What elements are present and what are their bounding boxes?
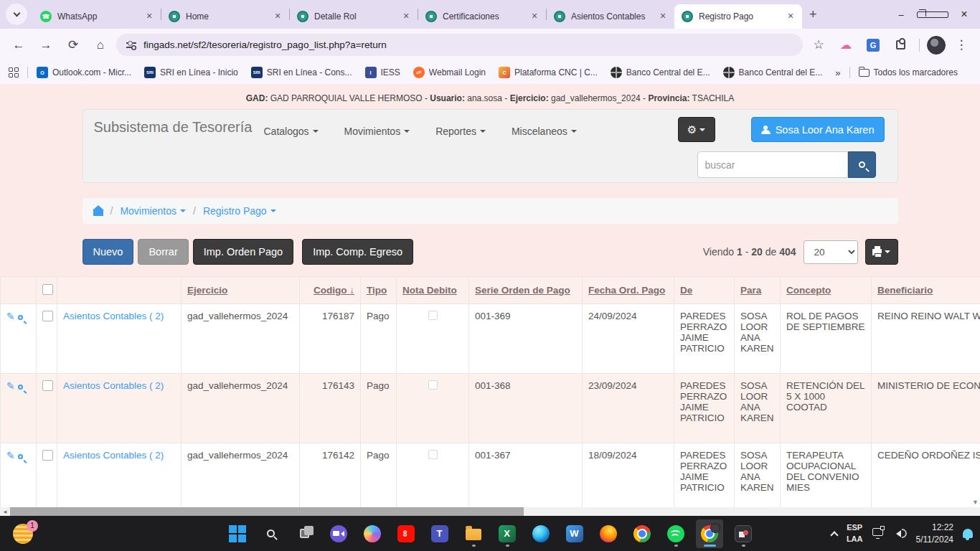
tab-detalle-rol[interactable]: Detalle Rol × (290, 4, 418, 29)
browser-menu-button[interactable]: ⋮ (950, 34, 973, 57)
bookmark-outlook[interactable]: OOutlook.com - Micr... (37, 67, 131, 78)
tab-asientos-contables[interactable]: Asientos Contables × (547, 4, 674, 29)
tab-close-icon[interactable]: × (400, 11, 412, 22)
borrar-button[interactable]: Borrar (138, 239, 188, 265)
language-indicator[interactable]: ESPLAA (847, 522, 863, 545)
bookmark-webmail[interactable]: cPWebmail Login (413, 67, 486, 78)
bookmark-iess[interactable]: IIESS (365, 67, 400, 78)
tab-search-button[interactable] (6, 4, 27, 25)
address-bar[interactable]: fingads.net/sf2/tesoreria/registro_pago_… (116, 34, 803, 56)
header-codigo[interactable]: Codigo ↓ (300, 277, 361, 304)
chrome-active-button[interactable] (696, 519, 723, 548)
edit-icon[interactable]: ✎ (6, 380, 15, 392)
profile-avatar[interactable] (927, 36, 946, 55)
bookmark-banco-central-1[interactable]: Banco Central del E... (611, 67, 710, 78)
horizontal-scrollbar[interactable]: ◂ (0, 507, 980, 516)
header-ejercicio[interactable]: Ejercicio (182, 277, 300, 304)
header-beneficiario[interactable]: Beneficiario (872, 277, 980, 304)
apps-grid-icon[interactable] (9, 67, 19, 77)
browser-home-button[interactable]: ⌂ (89, 34, 112, 57)
chrome-button[interactable] (628, 519, 656, 548)
asientos-contables-link[interactable]: Asientos Contables ( 2) (63, 311, 164, 321)
forward-button[interactable]: → (34, 34, 57, 57)
vertical-scrollbar-down-arrow[interactable]: ▼ (972, 499, 979, 506)
notifications-bell-icon[interactable] (963, 529, 973, 538)
widgets-weather-icon[interactable]: 1 (13, 524, 33, 544)
reload-button[interactable]: ⟳ (62, 34, 85, 57)
bookmark-banco-central-2[interactable]: Banco Central del E... (723, 67, 823, 78)
file-explorer-button[interactable] (460, 519, 487, 548)
start-button[interactable] (224, 519, 251, 548)
bookmark-plataforma-cnc[interactable]: CPlataforma CNC | C... (499, 67, 598, 78)
view-icon[interactable] (18, 454, 23, 459)
bookmark-sri-inicio[interactable]: SRISRI en Línea - Inicio (144, 67, 238, 78)
copilot-button[interactable] (359, 519, 386, 548)
url-text[interactable]: fingads.net/sf2/tesoreria/registro_pago_… (143, 39, 387, 50)
tab-close-icon[interactable]: × (657, 11, 669, 22)
tab-registro-pago-active[interactable]: Registro Pago × (674, 4, 802, 29)
row-checkbox[interactable] (42, 311, 53, 321)
taskbar-search-button[interactable] (258, 519, 285, 548)
imp-orden-pago-button[interactable]: Imp. Orden Pago (193, 239, 293, 265)
select-all-checkbox[interactable] (42, 284, 53, 295)
media-app-button[interactable] (730, 519, 757, 548)
nuevo-button[interactable]: Nuevo (83, 239, 134, 265)
site-settings-icon[interactable] (126, 41, 136, 50)
acrobat-button[interactable]: ∞ (392, 519, 420, 548)
all-bookmarks-button[interactable]: Todos los marcadores (859, 67, 958, 77)
network-icon[interactable] (872, 528, 883, 536)
extension-cloud-icon[interactable]: ☁ (834, 34, 857, 57)
tab-close-icon[interactable]: × (143, 11, 155, 22)
spotify-button[interactable] (662, 519, 689, 548)
window-minimize-button[interactable]: – (885, 9, 917, 20)
scrollbar-thumb[interactable] (10, 507, 524, 516)
user-account-button[interactable]: Sosa Loor Ana Karen (751, 117, 885, 142)
window-close-button[interactable]: × (948, 8, 980, 21)
asientos-contables-link[interactable]: Asientos Contables ( 2) (63, 380, 164, 391)
back-button[interactable]: ← (7, 34, 30, 57)
menu-miscelaneos[interactable]: Miscelaneos (512, 126, 577, 137)
new-tab-button[interactable]: + (809, 7, 817, 22)
tab-close-icon[interactable]: × (529, 11, 540, 22)
row-checkbox[interactable] (42, 380, 53, 391)
task-view-button[interactable] (291, 519, 319, 548)
tab-certificaciones[interactable]: Certificaciones × (418, 4, 546, 29)
settings-dropdown-button[interactable]: ⚙ (678, 117, 715, 142)
menu-movimientos[interactable]: Movimientos (344, 126, 410, 137)
tab-close-icon[interactable]: × (272, 11, 283, 22)
bookmarks-overflow-button[interactable]: » (835, 67, 840, 78)
imp-comp-egreso-button[interactable]: Imp. Comp. Egreso (302, 239, 413, 265)
search-button[interactable] (848, 151, 876, 178)
tab-close-icon[interactable]: × (785, 11, 796, 22)
header-fecha-ord-pago[interactable]: Fecha Ord. Pago (583, 277, 674, 304)
bookmark-star-button[interactable]: ☆ (807, 34, 830, 57)
word-button[interactable]: W (561, 519, 588, 548)
window-restore-button[interactable] (917, 9, 948, 20)
excel-button[interactable]: X (494, 519, 521, 548)
search-input[interactable] (697, 151, 848, 178)
extensions-puzzle-icon[interactable] (889, 34, 912, 57)
edge-button[interactable] (527, 519, 555, 548)
header-para[interactable]: Para (735, 277, 781, 304)
edit-icon[interactable]: ✎ (6, 311, 15, 322)
header-tipo[interactable]: Tipo (361, 277, 397, 304)
clock[interactable]: 12:225/11/2024 (916, 522, 954, 546)
row-checkbox[interactable] (42, 450, 53, 461)
asientos-contables-link[interactable]: Asientos Contables ( 2) (63, 450, 164, 461)
scroll-left-arrow[interactable]: ◂ (0, 507, 10, 516)
tray-overflow-chevron-icon[interactable] (830, 531, 838, 539)
print-dropdown-button[interactable] (865, 239, 898, 265)
header-nota-debito[interactable]: Nota Debito (397, 277, 469, 304)
header-serie-orden-pago[interactable]: Serie Orden de Pago (469, 277, 583, 304)
view-icon[interactable] (18, 315, 23, 320)
breadcrumb-registro-pago[interactable]: Registro Pago (203, 205, 276, 217)
translate-extension-icon[interactable]: G (862, 34, 885, 57)
breadcrumb-movimientos[interactable]: Movimientos (120, 205, 186, 217)
view-icon[interactable] (18, 385, 23, 390)
firefox-button[interactable] (595, 519, 622, 548)
meet-app-button[interactable] (325, 519, 352, 548)
bookmark-sri-consultas[interactable]: SRISRI en Línea - Cons... (251, 67, 352, 78)
page-size-select[interactable]: 20 (804, 240, 858, 264)
volume-icon[interactable] (892, 529, 907, 538)
tab-home[interactable]: Home × (161, 4, 289, 29)
